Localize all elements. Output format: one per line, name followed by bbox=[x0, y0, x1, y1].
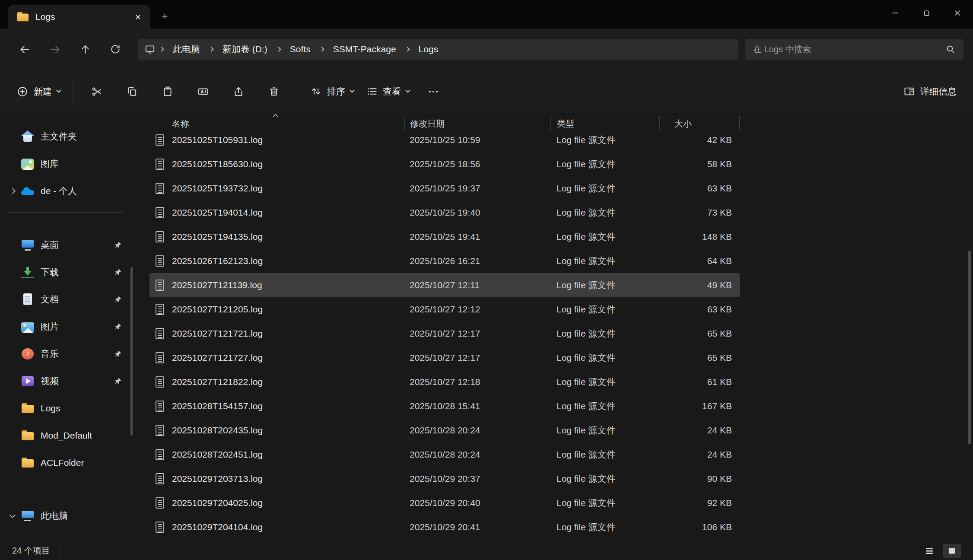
window-controls bbox=[880, 0, 973, 26]
expander-chevron-icon[interactable] bbox=[6, 267, 21, 278]
breadcrumb-item[interactable]: 此电脑 bbox=[168, 40, 205, 58]
file-row[interactable]: 20251027T121205.log 2025/10/27 12:12 Log… bbox=[149, 297, 740, 321]
chevron-right-icon[interactable] bbox=[316, 48, 328, 51]
sidebar-item[interactable]: Logs bbox=[3, 395, 128, 422]
file-rows: 20251025T105931.log 2025/10/25 10:59 Log… bbox=[149, 134, 746, 539]
file-row[interactable]: 20251025T105931.log 2025/10/25 10:59 Log… bbox=[149, 134, 740, 152]
expander-chevron-icon[interactable] bbox=[6, 457, 21, 468]
file-row[interactable]: 20251029T204104.log 2025/10/29 20:41 Log… bbox=[149, 515, 740, 539]
items-count: 24 个项目 bbox=[12, 545, 50, 557]
close-button[interactable] bbox=[942, 0, 973, 26]
chevron-right-icon[interactable] bbox=[156, 48, 168, 51]
expander-chevron-icon[interactable] bbox=[6, 131, 21, 142]
sidebar-separator bbox=[7, 212, 123, 213]
expander-chevron-icon[interactable] bbox=[6, 158, 21, 169]
up-button[interactable] bbox=[74, 38, 96, 60]
file-type: Log file 源文件 bbox=[550, 400, 659, 412]
file-row[interactable]: 20251027T121721.log 2025/10/27 12:17 Log… bbox=[149, 321, 740, 346]
sidebar-item[interactable]: 音乐 bbox=[3, 340, 128, 367]
sidebar-item[interactable]: 图库 bbox=[3, 150, 128, 177]
details-view-button[interactable] bbox=[920, 544, 938, 558]
expander-chevron-icon[interactable] bbox=[6, 185, 21, 197]
chevron-right-icon[interactable] bbox=[273, 48, 285, 51]
expander-chevron-icon[interactable] bbox=[6, 510, 21, 522]
expander-chevron-icon[interactable] bbox=[6, 430, 21, 441]
sidebar-item-label: 音乐 bbox=[41, 348, 59, 360]
column-header-type[interactable]: 类型 bbox=[550, 116, 659, 131]
file-row[interactable]: 20251028T202435.log 2025/10/28 20:24 Log… bbox=[149, 418, 740, 442]
sidebar-item[interactable]: 此电脑 bbox=[3, 503, 128, 529]
cut-button[interactable] bbox=[82, 80, 111, 104]
sidebar-item[interactable]: 文档 bbox=[3, 286, 128, 313]
copy-button[interactable] bbox=[118, 80, 147, 104]
sidebar-item[interactable]: Mod_Default bbox=[3, 422, 128, 449]
address-bar[interactable]: 此电脑 新加卷 (D:) Softs SSMT-Package bbox=[138, 39, 738, 60]
sidebar-item[interactable]: de - 个人 bbox=[3, 178, 128, 204]
search-input[interactable] bbox=[753, 45, 945, 54]
pin-icon bbox=[114, 323, 124, 331]
expander-chevron-icon[interactable] bbox=[6, 294, 21, 305]
file-row[interactable]: 20251028T154157.log 2025/10/28 15:41 Log… bbox=[149, 394, 740, 418]
more-options-button[interactable] bbox=[419, 80, 448, 104]
file-row[interactable]: 20251025T194135.log 2025/10/25 19:41 Log… bbox=[149, 225, 740, 249]
expander-chevron-icon[interactable] bbox=[6, 375, 21, 387]
file-row[interactable]: 20251029T204025.log 2025/10/29 20:40 Log… bbox=[149, 491, 740, 515]
new-tab-button[interactable] bbox=[156, 7, 174, 25]
file-row[interactable]: 20251029T203713.log 2025/10/29 20:37 Log… bbox=[149, 467, 740, 491]
file-size: 24 KB bbox=[659, 425, 740, 436]
expander-chevron-icon[interactable] bbox=[6, 403, 21, 414]
tab-close-button[interactable] bbox=[130, 10, 145, 24]
maximize-button[interactable] bbox=[911, 0, 942, 26]
file-name-cell: 20251027T121205.log bbox=[149, 304, 404, 315]
details-pane-button[interactable]: 详细信息 bbox=[897, 80, 963, 103]
forward-button[interactable] bbox=[44, 38, 66, 60]
file-row[interactable]: 20251025T194014.log 2025/10/25 19:40 Log… bbox=[149, 200, 740, 225]
expander-chevron-icon[interactable] bbox=[6, 239, 21, 251]
breadcrumb-item[interactable]: Logs bbox=[413, 41, 444, 57]
rename-button[interactable] bbox=[188, 80, 218, 104]
sidebar-item[interactable]: 下载 bbox=[3, 259, 128, 286]
sidebar-item[interactable]: 图片 bbox=[3, 313, 128, 340]
file-row[interactable]: 20251025T185630.log 2025/10/25 18:56 Log… bbox=[149, 152, 740, 176]
expander-chevron-icon[interactable] bbox=[6, 321, 21, 332]
breadcrumb-item[interactable]: 新加卷 (D:) bbox=[217, 40, 273, 58]
new-button[interactable]: 新建 bbox=[10, 80, 67, 103]
file-type: Log file 源文件 bbox=[550, 449, 659, 461]
scrollbar-thumb[interactable] bbox=[968, 251, 971, 444]
file-row[interactable]: 20251025T193732.log 2025/10/25 19:37 Log… bbox=[149, 176, 740, 200]
file-date: 2025/10/28 15:41 bbox=[404, 401, 550, 411]
sidebar-scrollbar-thumb[interactable] bbox=[130, 267, 133, 436]
delete-button[interactable] bbox=[259, 80, 289, 104]
file-row[interactable]: 20251026T162123.log 2025/10/26 16:21 Log… bbox=[149, 249, 740, 273]
toolbar-separator bbox=[73, 82, 73, 101]
sort-button[interactable]: 排序 bbox=[304, 80, 360, 103]
sidebar-item[interactable]: ACLFolder bbox=[3, 449, 128, 476]
sidebar-item-label: 图片 bbox=[41, 321, 59, 333]
column-header-size[interactable]: 大小 bbox=[659, 116, 740, 131]
file-row[interactable]: 20251027T121139.log 2025/10/27 12:11 Log… bbox=[149, 273, 740, 297]
chevron-right-icon[interactable] bbox=[205, 48, 217, 51]
refresh-button[interactable] bbox=[104, 38, 127, 60]
explorer-tab[interactable]: Logs bbox=[8, 5, 150, 29]
minimize-button[interactable] bbox=[880, 0, 911, 26]
share-button[interactable] bbox=[224, 80, 253, 104]
back-button[interactable] bbox=[13, 38, 36, 60]
file-row[interactable]: 20251027T121822.log 2025/10/27 12:18 Log… bbox=[149, 370, 740, 394]
view-button[interactable]: 查看 bbox=[360, 80, 416, 103]
list-view-icon bbox=[925, 546, 934, 556]
log-file-icon bbox=[156, 522, 164, 533]
expander-chevron-icon[interactable] bbox=[6, 348, 21, 360]
breadcrumb-item[interactable]: Softs bbox=[285, 41, 316, 57]
sidebar-item[interactable]: 视频 bbox=[3, 368, 128, 395]
file-row[interactable]: 20251028T202451.log 2025/10/28 20:24 Log… bbox=[149, 442, 740, 467]
breadcrumb-item[interactable]: SSMT-Package bbox=[328, 41, 401, 57]
file-row[interactable]: 20251027T121727.log 2025/10/27 12:17 Log… bbox=[149, 346, 740, 370]
large-icons-view-button[interactable] bbox=[943, 544, 961, 558]
file-date: 2025/10/29 20:37 bbox=[404, 474, 550, 484]
sidebar-item[interactable]: 桌面 bbox=[3, 232, 128, 258]
chevron-right-icon[interactable] bbox=[401, 48, 413, 51]
sidebar-item[interactable]: 主文件夹 bbox=[3, 123, 128, 150]
column-header-name[interactable]: 名称 bbox=[149, 116, 404, 131]
column-header-date[interactable]: 修改日期 bbox=[404, 116, 550, 131]
paste-button[interactable] bbox=[153, 80, 182, 104]
